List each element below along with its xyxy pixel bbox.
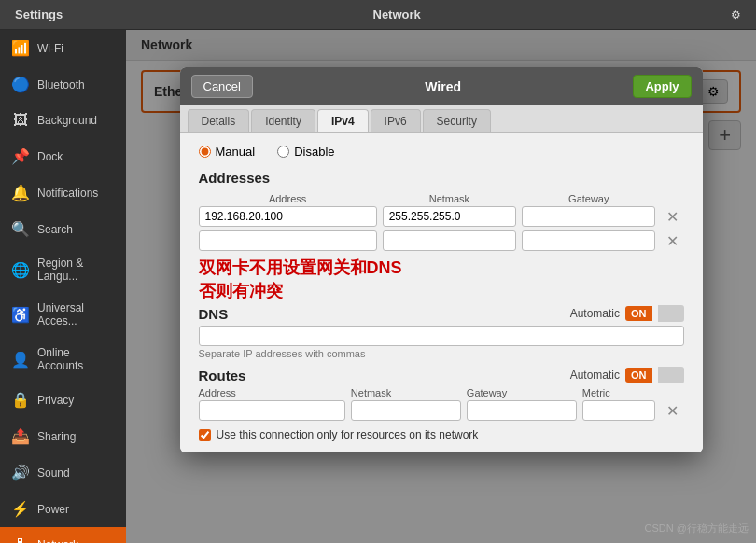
universal-icon: ♿ xyxy=(11,306,30,324)
routes-netmask-input[interactable] xyxy=(351,400,461,421)
address-row-1-clear-button[interactable]: ✕ xyxy=(661,208,683,226)
routes-row-header: Routes Automatic ON xyxy=(199,367,684,383)
routes-row-clear-button[interactable]: ✕ xyxy=(661,402,683,420)
power-icon: ⚡ xyxy=(11,500,30,518)
dns-input[interactable] xyxy=(199,326,684,346)
sidebar-item-notifications-label: Notifications xyxy=(37,187,98,200)
dns-toggle-off[interactable] xyxy=(658,305,684,322)
netmask-2-input[interactable] xyxy=(383,230,516,251)
routes-address-input[interactable] xyxy=(199,400,345,421)
tab-identity[interactable]: Identity xyxy=(251,109,315,132)
bluetooth-icon: 🔵 xyxy=(11,76,30,93)
dns-row: DNS Automatic ON xyxy=(199,305,684,322)
sidebar-item-bluetooth-label: Bluetooth xyxy=(37,78,85,91)
sidebar-item-background[interactable]: 🖼 Background xyxy=(0,103,126,138)
tab-ipv6[interactable]: IPv6 xyxy=(371,109,421,132)
address-field-headers: Address Netmask Gateway xyxy=(199,193,684,204)
sidebar-item-region-label: Region & Langu... xyxy=(37,257,115,283)
checkbox-label: Use this connection only for resources o… xyxy=(217,428,479,441)
online-accounts-icon: 👤 xyxy=(11,351,30,369)
cancel-button[interactable]: Cancel xyxy=(191,75,253,98)
network-icon: 🖧 xyxy=(11,536,30,543)
sidebar-item-search[interactable]: 🔍 Search xyxy=(0,211,126,247)
addresses-heading: Addresses xyxy=(199,170,684,186)
sidebar-item-sound-label: Sound xyxy=(37,466,70,480)
sidebar-item-online-accounts-label: Online Accounts xyxy=(37,346,115,372)
col-netmask-header: Netmask xyxy=(383,193,516,204)
sidebar-item-wifi[interactable]: 📶 Wi-Fi xyxy=(0,30,126,66)
routes-metric-input[interactable] xyxy=(582,400,656,421)
content-area: Network Ethernet (ens33) ⚙ + Cancel Wire… xyxy=(126,30,756,543)
netmask-1-input[interactable] xyxy=(383,206,516,227)
sidebar-item-search-label: Search xyxy=(37,223,73,236)
modal-body: Manual Disable Addresses Address Netmask… xyxy=(180,133,703,452)
dock-icon: 📌 xyxy=(11,147,30,165)
wifi-icon: 📶 xyxy=(11,39,30,57)
local-resources-checkbox[interactable] xyxy=(199,429,211,441)
top-bar-left-title: Settings xyxy=(15,7,63,21)
method-disable[interactable]: Disable xyxy=(277,145,334,159)
top-bar-right-title: Network xyxy=(373,7,421,21)
sidebar-item-notifications[interactable]: 🔔 Notifications xyxy=(0,174,126,211)
sidebar-item-region[interactable]: 🌐 Region & Langu... xyxy=(0,247,126,292)
dns-hint: Separate IP addresses with commas xyxy=(199,348,684,359)
sidebar: 📶 Wi-Fi 🔵 Bluetooth 🖼 Background 📌 Dock … xyxy=(0,30,126,543)
address-2-input[interactable] xyxy=(199,230,377,251)
sidebar-item-network-label: Network xyxy=(37,538,78,543)
tab-security[interactable]: Security xyxy=(423,109,491,132)
address-row-2-clear-button[interactable]: ✕ xyxy=(661,232,683,250)
sidebar-item-dock[interactable]: 📌 Dock xyxy=(0,138,126,174)
notifications-icon: 🔔 xyxy=(11,184,30,202)
address-row-2: ✕ xyxy=(199,230,684,251)
top-bar: Settings Network ⚙ xyxy=(0,0,756,30)
col-address-header: Address xyxy=(199,193,377,204)
gateway-2-input[interactable] xyxy=(522,230,655,251)
top-bar-controls: ⚙ xyxy=(731,8,741,21)
modal-title: Wired xyxy=(253,79,633,94)
dns-toggle-on-label: ON xyxy=(625,306,652,321)
sidebar-item-privacy[interactable]: 🔒 Privacy xyxy=(0,382,126,418)
sidebar-item-network[interactable]: 🖧 Network xyxy=(0,527,126,543)
sidebar-item-sound[interactable]: 🔊 Sound xyxy=(0,454,126,491)
apply-button[interactable]: Apply xyxy=(633,75,691,98)
tab-ipv4[interactable]: IPv4 xyxy=(317,109,369,132)
routes-col-address: Address xyxy=(199,387,345,398)
sidebar-item-universal-label: Universal Acces... xyxy=(37,301,115,327)
gateway-1-input[interactable] xyxy=(522,206,655,227)
region-icon: 🌐 xyxy=(11,261,30,279)
background-icon: 🖼 xyxy=(11,112,30,129)
method-disable-radio[interactable] xyxy=(277,146,289,158)
sidebar-item-background-label: Background xyxy=(37,114,97,127)
sidebar-item-sharing[interactable]: 📤 Sharing xyxy=(0,418,126,454)
routes-label: Routes xyxy=(199,368,246,383)
modal-tabs: Details Identity IPv4 IPv6 Security xyxy=(180,105,703,133)
sharing-icon: 📤 xyxy=(11,427,30,445)
sidebar-item-bluetooth[interactable]: 🔵 Bluetooth xyxy=(0,66,126,103)
routes-input-row-1: ✕ xyxy=(199,400,684,421)
method-row: Manual Disable xyxy=(199,145,684,159)
method-manual[interactable]: Manual xyxy=(199,145,256,159)
sidebar-item-wifi-label: Wi-Fi xyxy=(37,42,63,55)
routes-col-netmask: Netmask xyxy=(351,387,461,398)
routes-toggle-on-label: ON xyxy=(625,368,652,383)
address-1-input[interactable] xyxy=(199,206,377,227)
sidebar-item-power[interactable]: ⚡ Power xyxy=(0,491,126,527)
modal-header: Cancel Wired Apply xyxy=(180,67,703,105)
routes-toggle-off[interactable] xyxy=(658,367,684,383)
routes-automatic-label: Automatic xyxy=(570,369,620,382)
routes-col-gateway: Gateway xyxy=(467,387,577,398)
main-layout: 📶 Wi-Fi 🔵 Bluetooth 🖼 Background 📌 Dock … xyxy=(0,30,756,543)
routes-gateway-input[interactable] xyxy=(467,400,577,421)
checkbox-row: Use this connection only for resources o… xyxy=(199,428,684,441)
dns-right: Automatic ON xyxy=(570,305,684,322)
search-icon: 🔍 xyxy=(11,220,30,238)
method-manual-radio[interactable] xyxy=(199,146,211,158)
dns-label: DNS xyxy=(199,306,229,322)
sidebar-item-universal[interactable]: ♿ Universal Acces... xyxy=(0,292,126,337)
sidebar-item-dock-label: Dock xyxy=(37,150,63,163)
routes-right: Automatic ON xyxy=(570,367,684,383)
sidebar-item-sharing-label: Sharing xyxy=(37,430,76,443)
tab-details[interactable]: Details xyxy=(188,109,250,132)
sidebar-item-online-accounts[interactable]: 👤 Online Accounts xyxy=(0,337,126,382)
col-gateway-header: Gateway xyxy=(522,193,655,204)
